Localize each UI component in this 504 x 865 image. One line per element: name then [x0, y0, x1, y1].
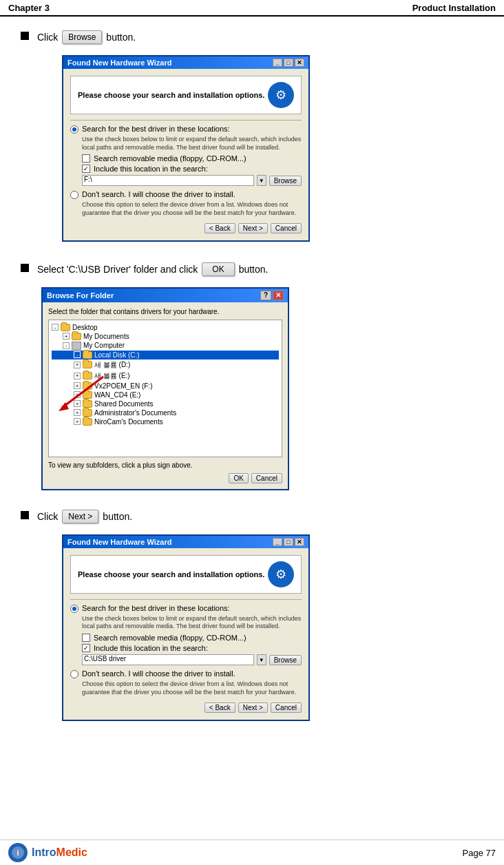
bullet-item-3: Click Next > button. — [21, 510, 483, 523]
close-icon[interactable]: ✕ — [273, 291, 284, 300]
browse-title: Browse For Folder — [47, 291, 114, 300]
minimize-icon-2[interactable]: _ — [273, 538, 282, 546]
tree-label-mydocs: My Documents — [83, 333, 129, 340]
wizard-section-radio2-2: Don't search. I will choose the driver t… — [70, 669, 302, 696]
checkbox-1-2[interactable] — [82, 634, 90, 642]
expander-vole[interactable]: + — [74, 373, 81, 379]
path-input-2[interactable]: C:\USB driver — [82, 654, 254, 665]
tree-item-vold[interactable]: + 새 볼륨 (D:) — [52, 359, 279, 371]
browse-button-1[interactable]: Browse — [269, 176, 302, 186]
radio-label-2: Don't search. I will choose the driver t… — [82, 190, 235, 198]
radio-label-2-2: Don't search. I will choose the driver t… — [82, 669, 235, 678]
expander-admin[interactable]: + — [74, 409, 81, 416]
browse-button-2[interactable]: Browse — [269, 655, 302, 665]
wizard-icon-2: ⚙ — [268, 561, 294, 587]
wizard-screenshot-2: Found New Hardware Wizard _ □ ✕ Please c… — [41, 534, 483, 721]
tree-item-wancd[interactable]: + WAN_CD4 (E:) — [52, 390, 279, 399]
radio-label-1: Search for the best driver in these loca… — [82, 125, 230, 133]
browse-folder-container: Browse For Folder ? ✕ Select the folder … — [41, 287, 289, 490]
expander-vold[interactable]: + — [74, 362, 81, 368]
tree-item-mycomputer[interactable]: - My Computer — [52, 341, 279, 351]
wizard-section-radio1-2: Search for the best driver in these loca… — [70, 604, 302, 665]
expander-wancd[interactable]: + — [74, 391, 81, 398]
bullet1-text-after: button. — [106, 32, 136, 43]
path-input-1[interactable]: F:\ — [82, 175, 254, 186]
expander-vx2poem[interactable]: + — [74, 382, 81, 389]
checkbox-1[interactable] — [82, 154, 90, 163]
bullet2-text-before: Select 'C:\USB Driver' folder and click — [37, 264, 198, 275]
logo-text: IntroMedic — [32, 846, 87, 859]
tree-item-admin[interactable]: + Administrator's Documents — [52, 408, 279, 417]
radio-2[interactable] — [70, 191, 78, 199]
radio-row-1-2: Search for the best driver in these loca… — [70, 604, 302, 613]
minimize-icon[interactable]: _ — [273, 59, 282, 67]
maximize-icon-2[interactable]: □ — [284, 538, 293, 546]
path-dropdown-1[interactable]: ▼ — [257, 175, 266, 186]
wizard-header-text-1: Please choose your search and installati… — [78, 91, 264, 99]
close-icon[interactable]: ✕ — [295, 59, 304, 67]
radio2-desc-2: Choose this option to select the device … — [82, 680, 302, 696]
path-dropdown-2[interactable]: ▼ — [257, 654, 266, 665]
next-button-1[interactable]: Next > — [238, 223, 268, 233]
wizard-header-section-1: Please choose your search and installati… — [70, 76, 302, 114]
checkbox-2-2[interactable] — [82, 644, 90, 652]
cancel-button-1[interactable]: Cancel — [271, 223, 302, 233]
expander-localc[interactable]: - — [74, 351, 81, 358]
expander-mycomputer[interactable]: - — [63, 342, 70, 349]
tree-label-vx2poem: Vx2POEM_EN (F:) — [94, 382, 152, 390]
radio-1-2[interactable] — [70, 605, 78, 613]
browse-titlebar-right: ? ✕ — [260, 291, 284, 300]
page-content: Click Browse button. Found New Hardware … — [0, 17, 504, 755]
ok-inline-button[interactable]: OK — [202, 262, 234, 276]
path-row-2: C:\USB driver ▼ Browse — [82, 654, 302, 665]
browse-tree[interactable]: - Desktop + My Documents - My Computer — [48, 320, 282, 457]
tree-label-admin: Administrator's Documents — [94, 409, 176, 417]
back-button-2[interactable]: < Back — [204, 702, 235, 713]
maximize-icon[interactable]: □ — [284, 59, 293, 67]
tree-item-vx2poem[interactable]: + Vx2POEM_EN (F:) — [52, 382, 279, 390]
wizard-icon-1: ⚙ — [268, 82, 294, 108]
expander-desktop[interactable]: - — [52, 324, 59, 331]
expander-nirocam[interactable]: + — [74, 418, 81, 425]
browse-inline-button[interactable]: Browse — [62, 30, 102, 44]
tree-item-vole[interactable]: + 새 볼륨 (E:) — [52, 371, 279, 382]
folder-icon-vold — [83, 361, 92, 368]
ok-button-browse[interactable]: OK — [229, 473, 248, 483]
tree-item-desktop[interactable]: - Desktop — [52, 323, 279, 332]
close-icon-2[interactable]: ✕ — [295, 538, 304, 546]
radio1-desc: Use the check boxes below to limit or ex… — [82, 136, 302, 152]
folder-icon-desktop — [61, 324, 70, 331]
tree-item-nirocam[interactable]: + NiroCam's Documents — [52, 417, 279, 426]
logo-circle: i — [8, 843, 28, 862]
cancel-button-browse[interactable]: Cancel — [251, 473, 282, 483]
tree-item-shared[interactable]: + Shared Documents — [52, 399, 279, 408]
checkbox-2[interactable] — [82, 165, 90, 173]
tree-item-localc[interactable]: - Local Disk (C:) — [52, 351, 279, 359]
expander-shared[interactable]: + — [74, 400, 81, 407]
expander-mydocs[interactable]: + — [63, 333, 70, 340]
bullet-square-1 — [21, 32, 29, 40]
wizard-titlebar-btns-2: _ □ ✕ — [273, 538, 304, 546]
wizard-titlebar-btns-1: _ □ ✕ — [273, 59, 304, 67]
checkbox-label-1-2: Search removable media (floppy, CD-ROM..… — [94, 634, 246, 642]
radio-2-2[interactable] — [70, 670, 78, 678]
folder-icon-wancd — [83, 391, 92, 399]
radio-1[interactable] — [70, 125, 78, 134]
wizard-divider-2 — [70, 599, 302, 600]
checkbox-row-2: Include this location in the search: — [82, 165, 302, 173]
bullet-text-3: Click Next > button. — [37, 510, 132, 523]
bullet-square-2 — [21, 264, 29, 272]
tree-item-mydocs[interactable]: + My Documents — [52, 332, 279, 341]
next-button-2[interactable]: Next > — [238, 702, 268, 713]
next-inline-button[interactable]: Next > — [62, 510, 98, 523]
radio2-desc: Choose this option to select the device … — [82, 201, 302, 217]
back-button-1[interactable]: < Back — [204, 223, 235, 233]
cancel-button-2[interactable]: Cancel — [271, 702, 302, 713]
wizard-screenshot-1: Found New Hardware Wizard _ □ ✕ Please c… — [41, 55, 483, 242]
wizard-window-2: Found New Hardware Wizard _ □ ✕ Please c… — [62, 534, 310, 721]
help-icon[interactable]: ? — [260, 291, 271, 300]
folder-icon-admin — [83, 409, 92, 417]
folder-icon-nirocam — [83, 418, 92, 426]
checkbox-row-1: Search removable media (floppy, CD-ROM..… — [82, 154, 302, 163]
checkbox-label-1: Search removable media (floppy, CD-ROM..… — [94, 154, 246, 163]
